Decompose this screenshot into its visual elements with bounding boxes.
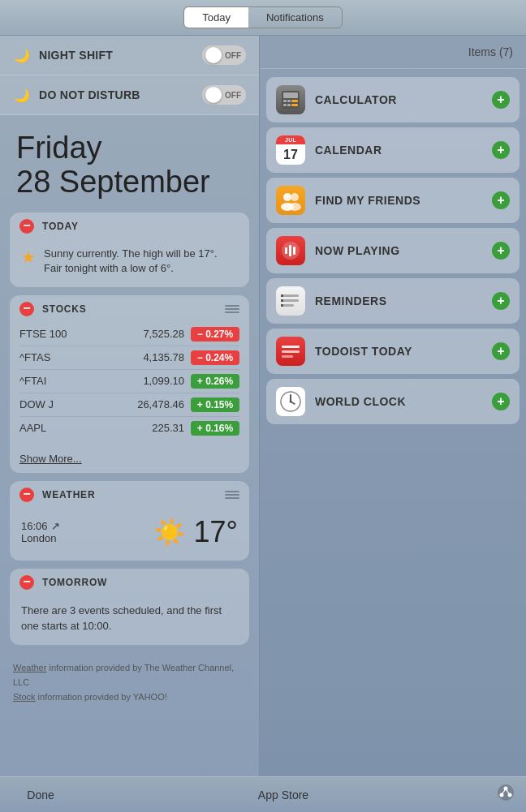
stock-change: + 0.16% xyxy=(191,421,239,436)
drag-line-2 xyxy=(225,494,239,496)
app-item-calculator[interactable]: CALCULATOR xyxy=(266,77,520,122)
today-remove-button[interactable] xyxy=(19,219,34,234)
show-more-button[interactable]: Show More... xyxy=(10,448,249,473)
stock-value: 225.31 xyxy=(152,422,184,434)
reminders-app-icon xyxy=(276,286,305,316)
app-item-reminders[interactable]: REMINDERS xyxy=(266,278,520,324)
tomorrow-remove-button[interactable] xyxy=(19,575,34,590)
friends-svg xyxy=(278,188,303,213)
drag-line-1 xyxy=(225,491,239,492)
svg-rect-15 xyxy=(293,247,295,255)
today-widget-header: TODAY xyxy=(10,213,249,240)
night-shift-icon: 🌙 xyxy=(13,46,31,64)
tomorrow-widget-header: TOMORROW xyxy=(10,569,249,596)
tab-today[interactable]: Today xyxy=(184,7,248,28)
reminders-app-name: REMINDERS xyxy=(315,294,492,307)
app-item-friends[interactable]: FIND MY FRIENDS xyxy=(266,178,520,223)
night-shift-toggle[interactable]: OFF xyxy=(202,45,246,65)
svg-point-11 xyxy=(288,203,301,211)
stock-change: − 0.27% xyxy=(191,327,239,342)
drag-line-3 xyxy=(225,497,239,499)
calculator-app-icon xyxy=(276,85,305,114)
stocks-widget: STOCKS FTSE 100 7,525.28 − 0.27% ^FTAS 4… xyxy=(10,295,249,473)
stock-row[interactable]: FTSE 100 7,525.28 − 0.27% xyxy=(19,323,239,346)
tomorrow-content: There are 3 events scheduled, and the fi… xyxy=(10,596,249,645)
stock-row[interactable]: ^FTAI 1,099.10 + 0.26% xyxy=(19,370,239,393)
date-section: Friday 28 September xyxy=(0,115,259,213)
stock-row[interactable]: AAPL 225.31 + 0.16% xyxy=(19,417,239,440)
stock-name: FTSE 100 xyxy=(19,328,143,340)
friends-app-icon xyxy=(276,186,305,215)
todoist-app-name: TODOIST TODAY xyxy=(315,345,492,358)
stock-value: 1,099.10 xyxy=(143,375,184,387)
svg-point-28 xyxy=(290,401,292,403)
do-not-disturb-label: DO NOT DISTURB xyxy=(39,88,202,101)
weather-time: 16:06 ↗ xyxy=(21,520,145,532)
svg-rect-24 xyxy=(282,355,293,358)
weather-widget-header: WEATHER xyxy=(10,481,249,509)
drag-line-2 xyxy=(225,308,239,310)
weather-link[interactable]: Weather xyxy=(13,663,46,672)
app-store-button[interactable]: App Store xyxy=(81,788,485,801)
calendar-icon-inner: JUL 17 xyxy=(276,135,305,165)
svg-point-8 xyxy=(283,193,291,201)
left-column: 🌙 NIGHT SHIFT OFF 🌙 DO NOT DISTURB OFF F… xyxy=(0,36,260,812)
stock-row[interactable]: DOW J 26,478.46 + 0.15% xyxy=(19,393,239,417)
calendar-day-text: 17 xyxy=(283,148,298,162)
do-not-disturb-row: 🌙 DO NOT DISTURB OFF xyxy=(0,75,259,115)
stock-change: − 0.24% xyxy=(191,350,239,365)
done-button[interactable]: Done xyxy=(0,788,81,801)
friends-add-button[interactable] xyxy=(492,191,510,209)
tab-notifications[interactable]: Notifications xyxy=(248,7,342,28)
night-shift-state: OFF xyxy=(225,51,241,60)
stocks-remove-button[interactable] xyxy=(19,302,34,316)
stock-note: Stock information provided by YAHOO! xyxy=(13,690,246,705)
stock-link[interactable]: Stock xyxy=(13,692,36,702)
worldclock-app-icon xyxy=(276,387,305,416)
app-item-nowplaying[interactable]: NOW PLAYING xyxy=(266,228,520,273)
weather-content: 16:06 ↗ London ☀️ 17° xyxy=(10,509,249,561)
app-item-todoist[interactable]: TODOIST TODAY xyxy=(266,329,520,374)
friends-app-name: FIND MY FRIENDS xyxy=(315,194,492,207)
app-item-worldclock[interactable]: WORLD CLOCK xyxy=(266,379,520,424)
stock-row[interactable]: ^FTAS 4,135.78 − 0.24% xyxy=(19,346,239,370)
reminders-svg xyxy=(278,289,303,313)
weather-note-text: information provided by The Weather Chan… xyxy=(13,663,234,687)
app-item-calendar[interactable]: JUL 17 CALENDAR xyxy=(266,127,520,173)
tab-bar: Today Notifications xyxy=(0,0,526,36)
nowplaying-app-icon xyxy=(276,236,305,265)
dnd-knob xyxy=(205,87,222,103)
calendar-day-body: 17 xyxy=(276,144,305,165)
tomorrow-text: There are 3 events scheduled, and the fi… xyxy=(21,604,222,632)
location-arrow-icon: ↗ xyxy=(51,520,60,532)
stock-value: 7,525.28 xyxy=(143,328,184,340)
weather-drag-handle[interactable] xyxy=(225,491,239,499)
today-star-icon: ★ xyxy=(21,247,36,267)
share-svg xyxy=(497,784,515,801)
stock-name: ^FTAI xyxy=(19,375,143,387)
right-column: Items (7) xyxy=(260,36,526,812)
do-not-disturb-state: OFF xyxy=(225,91,241,100)
items-header: Items (7) xyxy=(260,36,526,69)
weather-remove-button[interactable] xyxy=(19,488,34,502)
stocks-widget-header: STOCKS xyxy=(10,295,249,323)
todoist-add-button[interactable] xyxy=(492,342,510,360)
worldclock-add-button[interactable] xyxy=(492,393,510,410)
stock-value: 4,135.78 xyxy=(143,351,184,363)
todoist-app-icon xyxy=(276,337,305,366)
do-not-disturb-toggle[interactable]: OFF xyxy=(202,85,246,105)
columns: 🌙 NIGHT SHIFT OFF 🌙 DO NOT DISTURB OFF F… xyxy=(0,36,526,812)
stock-name: ^FTAS xyxy=(19,351,143,363)
svg-rect-3 xyxy=(287,100,291,102)
stocks-drag-handle[interactable] xyxy=(225,305,239,313)
calculator-add-button[interactable] xyxy=(492,91,510,109)
today-content: ★ Sunny currently. The high will be 17°.… xyxy=(10,240,249,287)
calendar-add-button[interactable] xyxy=(492,141,510,159)
weather-temp: 17° xyxy=(194,515,238,549)
nowplaying-add-button[interactable] xyxy=(492,242,510,260)
share-icon[interactable] xyxy=(485,784,526,806)
svg-rect-18 xyxy=(282,304,294,307)
reminders-add-button[interactable] xyxy=(492,292,510,310)
stocks-widget-title: STOCKS xyxy=(42,303,225,315)
stock-name: DOW J xyxy=(19,398,137,410)
